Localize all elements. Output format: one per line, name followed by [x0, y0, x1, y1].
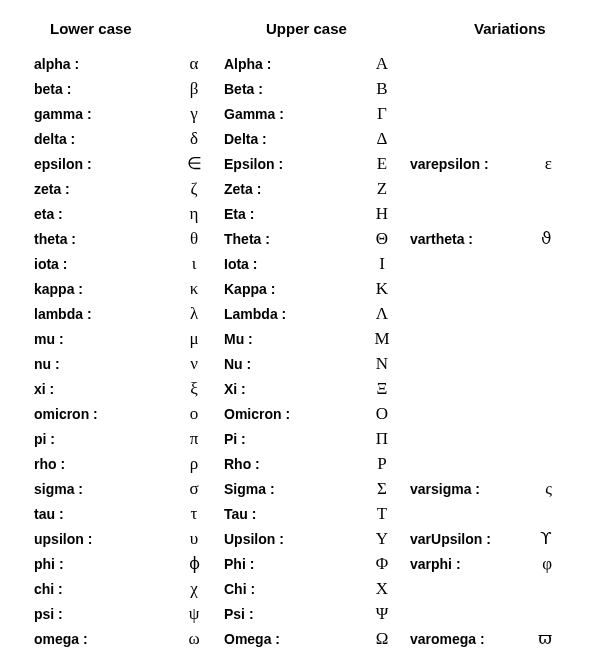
upper-symbol: Ξ [354, 379, 410, 399]
lower-name: sigma : [34, 481, 164, 497]
variation-symbol: ε [522, 154, 552, 174]
table-row: iota :ιIota :Ι [34, 251, 578, 276]
upper-symbol: Ε [354, 154, 410, 174]
upper-name: Eta : [224, 206, 354, 222]
lower-symbol: σ [164, 479, 224, 499]
lower-name: nu : [34, 356, 164, 372]
upper-symbol: Ι [354, 254, 410, 274]
lower-name: omega : [34, 631, 164, 647]
variation-name: varphi : [410, 556, 522, 572]
lower-name: zeta : [34, 181, 164, 197]
upper-name: Iota : [224, 256, 354, 272]
column-headers: Lower case Upper case Variations [34, 20, 578, 37]
lower-name: chi : [34, 581, 164, 597]
table-row: nu :νNu :Ν [34, 351, 578, 376]
lower-name: iota : [34, 256, 164, 272]
upper-name: Xi : [224, 381, 354, 397]
upper-symbol: Ω [354, 629, 410, 649]
upper-symbol: Ζ [354, 179, 410, 199]
table-row: beta :βBeta :Β [34, 76, 578, 101]
lower-symbol: δ [164, 129, 224, 149]
upper-symbol: Η [354, 204, 410, 224]
table-row: phi :ϕPhi :Φvarphi :φ [34, 551, 578, 576]
upper-symbol: Φ [354, 554, 410, 574]
lower-symbol: γ [164, 104, 224, 124]
lower-symbol: β [164, 79, 224, 99]
table-row: epsilon :∈Epsilon :Εvarepsilon :ε [34, 151, 578, 176]
lower-name: beta : [34, 81, 164, 97]
variation-symbol: ϖ [522, 628, 552, 649]
table-row: rho :ρRho :Ρ [34, 451, 578, 476]
lower-symbol: ζ [164, 179, 224, 199]
variation-name: varsigma : [410, 481, 522, 497]
upper-symbol: Ο [354, 404, 410, 424]
table-row: mu :μMu :Μ [34, 326, 578, 351]
table-row: lambda :λLambda :Λ [34, 301, 578, 326]
table-row: sigma :σSigma :Σvarsigma :ς [34, 476, 578, 501]
lower-name: phi : [34, 556, 164, 572]
lower-name: eta : [34, 206, 164, 222]
variation-name: vartheta : [410, 231, 522, 247]
upper-symbol: Ν [354, 354, 410, 374]
upper-symbol: Θ [354, 229, 410, 249]
lower-name: alpha : [34, 56, 164, 72]
table-row: kappa :κKappa :Κ [34, 276, 578, 301]
upper-name: Rho : [224, 456, 354, 472]
lower-name: kappa : [34, 281, 164, 297]
variation-name: varepsilon : [410, 156, 522, 172]
upper-name: Psi : [224, 606, 354, 622]
upper-symbol: Μ [354, 329, 410, 349]
variation-symbol: ϑ [522, 228, 552, 249]
lower-name: upsilon : [34, 531, 164, 547]
upper-name: Tau : [224, 506, 354, 522]
upper-symbol: Δ [354, 129, 410, 149]
lower-name: lambda : [34, 306, 164, 322]
upper-name: Sigma : [224, 481, 354, 497]
upper-symbol: Ρ [354, 454, 410, 474]
upper-name: Lambda : [224, 306, 354, 322]
upper-symbol: Υ [354, 529, 410, 549]
upper-name: Epsilon : [224, 156, 354, 172]
upper-name: Alpha : [224, 56, 354, 72]
lower-symbol: θ [164, 229, 224, 249]
upper-symbol: Χ [354, 579, 410, 599]
upper-symbol: Β [354, 79, 410, 99]
lower-name: omicron : [34, 406, 164, 422]
header-lower-case: Lower case [34, 20, 250, 37]
table-row: pi :πPi :Π [34, 426, 578, 451]
lower-name: rho : [34, 456, 164, 472]
lower-symbol: α [164, 54, 224, 74]
table-row: delta :δDelta :Δ [34, 126, 578, 151]
table-row: xi :ξXi :Ξ [34, 376, 578, 401]
lower-symbol: ξ [164, 379, 224, 399]
upper-name: Gamma : [224, 106, 354, 122]
table-body: alpha :αAlpha :Αbeta :βBeta :Βgamma :γGa… [34, 51, 578, 651]
table-row: omega :ωOmega :Ωvaromega :ϖ [34, 626, 578, 651]
lower-symbol: κ [164, 279, 224, 299]
lower-symbol: λ [164, 304, 224, 324]
lower-name: delta : [34, 131, 164, 147]
upper-symbol: Λ [354, 304, 410, 324]
lower-name: xi : [34, 381, 164, 397]
variation-symbol: φ [522, 554, 552, 574]
lower-symbol: ω [164, 629, 224, 649]
upper-symbol: Γ [354, 104, 410, 124]
upper-name: Pi : [224, 431, 354, 447]
table-row: alpha :αAlpha :Α [34, 51, 578, 76]
upper-name: Beta : [224, 81, 354, 97]
table-row: zeta :ζZeta :Ζ [34, 176, 578, 201]
upper-name: Nu : [224, 356, 354, 372]
lower-symbol: υ [164, 529, 224, 549]
lower-name: tau : [34, 506, 164, 522]
upper-symbol: Α [354, 54, 410, 74]
table-row: eta :ηEta :Η [34, 201, 578, 226]
lower-name: gamma : [34, 106, 164, 122]
variation-name: varomega : [410, 631, 522, 647]
lower-name: pi : [34, 431, 164, 447]
upper-name: Omicron : [224, 406, 354, 422]
header-variations: Variations [456, 20, 578, 37]
lower-symbol: ο [164, 404, 224, 424]
variation-symbol: ϒ [522, 528, 552, 549]
upper-symbol: Κ [354, 279, 410, 299]
table-row: omicron :οOmicron :Ο [34, 401, 578, 426]
